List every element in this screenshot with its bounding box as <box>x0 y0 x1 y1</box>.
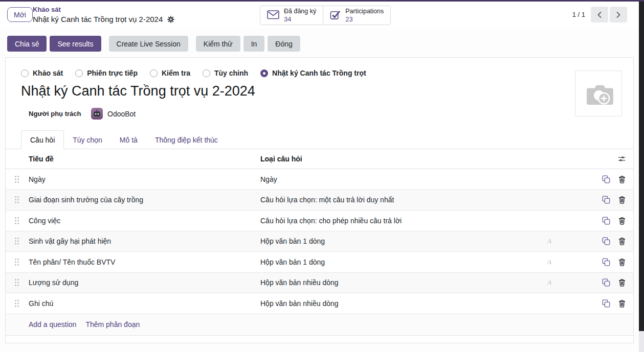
duplicate-button[interactable] <box>602 217 610 225</box>
radio-custom[interactable]: Tùy chỉnh <box>203 69 248 77</box>
question-type[interactable]: Ngày <box>260 175 544 183</box>
radio-label: Nhật ký Canh tác Trồng trọt <box>272 69 366 77</box>
delete-button[interactable] <box>618 217 626 225</box>
duplicate-button[interactable] <box>602 258 610 266</box>
stat-button-group: Đã đăng ký 34 Participations 23 <box>260 6 391 25</box>
question-type[interactable]: Hộp văn bản nhiều dòng <box>260 278 544 287</box>
question-row[interactable]: Sinh vật gây hại phát hiện Hộp văn bản 1… <box>6 231 633 252</box>
column-header-type[interactable]: Loại câu hỏi <box>260 155 544 163</box>
drag-handle-icon[interactable] <box>14 278 29 287</box>
chevron-right-icon <box>615 11 621 19</box>
duplicate-button[interactable] <box>602 237 610 245</box>
duplicate-button[interactable] <box>602 299 610 308</box>
radio-label: Kiểm tra <box>162 69 190 77</box>
question-title[interactable]: Giai đoạn sinh trưởng của cây trồng <box>29 196 260 204</box>
question-title[interactable]: Lượng sử dụng <box>29 278 260 287</box>
question-type[interactable]: Câu hỏi lựa chọn: một câu trả lời duy nh… <box>260 196 544 204</box>
text-entry-icon: A <box>544 258 551 266</box>
pager-counter: 1 / 1 <box>572 11 585 18</box>
radio-farming-log[interactable]: Nhật ký Canh tác Trồng trọt <box>260 69 366 77</box>
duplicate-button[interactable] <box>602 175 610 183</box>
radio-icon <box>75 69 83 77</box>
notebook-tabs: Câu hỏi Tùy chọn Mô tả Thông điệp kết th… <box>6 130 633 149</box>
pager-next-button[interactable] <box>610 7 627 22</box>
table-footer: Add a question Thêm phân đoạn <box>6 314 633 336</box>
question-row[interactable]: Tên phân/ Tên thuốc BVTV Hộp văn bản 1 d… <box>6 252 633 273</box>
background-window-strip <box>639 2 644 331</box>
question-row[interactable]: Công việc Câu hỏi lựa chọn: cho phép nhi… <box>6 210 633 231</box>
breadcrumb-parent-link[interactable]: Khảo sát <box>33 6 174 14</box>
delete-button[interactable] <box>618 196 626 204</box>
tab-end-message[interactable]: Thông điệp kết thúc <box>146 130 227 149</box>
participations-label: Participations <box>345 8 384 15</box>
question-title[interactable]: Ghi chú <box>29 299 260 308</box>
radio-icon <box>21 69 29 77</box>
drag-handle-icon[interactable] <box>14 217 29 225</box>
question-row[interactable]: Lượng sử dụng Hộp văn bản nhiều dòng A <box>6 273 633 294</box>
breadcrumb-current: Nhật ký Canh tác Trồng trọt vụ 2-2024 <box>33 15 163 24</box>
radio-assessment[interactable]: Kiểm tra <box>150 69 190 77</box>
survey-title-field[interactable]: Nhật ký Canh tác Trồng trọt vụ 2-2024 <box>21 83 633 99</box>
drag-handle-icon[interactable] <box>14 237 29 245</box>
question-type[interactable]: Hộp văn bản nhiều dòng <box>260 299 544 308</box>
registered-label: Đã đăng ký <box>284 8 316 15</box>
form-sheet: Khảo sát Phiên trực tiếp Kiểm tra Tùy ch… <box>5 57 634 343</box>
action-button-bar: Chia sẻ See results Create Live Session … <box>7 36 300 52</box>
delete-button[interactable] <box>618 175 626 183</box>
drag-handle-icon[interactable] <box>14 299 29 308</box>
question-row[interactable]: Ghi chú Hộp văn bản nhiều dòng <box>6 293 633 314</box>
gear-icon[interactable] <box>167 16 174 23</box>
print-button[interactable]: In <box>243 36 265 52</box>
column-header-title[interactable]: Tiêu đề <box>29 155 260 163</box>
add-question-link[interactable]: Add a question <box>29 320 76 328</box>
radio-live-session[interactable]: Phiên trực tiếp <box>75 69 138 77</box>
radio-icon <box>150 69 158 77</box>
drag-handle-icon[interactable] <box>14 258 29 266</box>
delete-button[interactable] <box>618 237 626 245</box>
close-button[interactable]: Đóng <box>268 36 300 52</box>
radio-label: Tùy chỉnh <box>214 69 248 77</box>
tab-questions[interactable]: Câu hỏi <box>21 130 64 149</box>
radio-label: Phiên trực tiếp <box>87 69 138 77</box>
radio-icon <box>203 69 210 77</box>
duplicate-button[interactable] <box>602 196 610 204</box>
share-button[interactable]: Chia sẻ <box>7 36 47 52</box>
duplicate-button[interactable] <box>602 278 610 287</box>
camera-plus-icon <box>584 81 613 106</box>
pager-previous-button[interactable] <box>591 7 608 22</box>
question-title[interactable]: Tên phân/ Tên thuốc BVTV <box>29 258 260 266</box>
create-live-session-button[interactable]: Create Live Session <box>109 36 188 52</box>
question-title[interactable]: Công việc <box>29 217 260 225</box>
odoobot-avatar <box>91 108 103 120</box>
drag-handle-icon[interactable] <box>14 196 29 204</box>
tab-options[interactable]: Tùy chọn <box>64 130 111 149</box>
registered-stat-button[interactable]: Đã đăng ký 34 <box>260 6 323 25</box>
participations-stat-button[interactable]: Participations 23 <box>323 6 390 25</box>
question-type[interactable]: Hộp văn bản 1 dòng <box>260 258 544 266</box>
new-button[interactable]: Mới <box>7 7 33 22</box>
responsible-value[interactable]: OdooBot <box>107 110 136 118</box>
text-entry-icon: A <box>544 237 551 245</box>
control-panel: Mới Khảo sát Nhật ký Canh tác Trồng trọt… <box>0 2 638 29</box>
optional-columns-icon[interactable] <box>617 155 626 162</box>
add-section-link[interactable]: Thêm phân đoạn <box>85 320 140 328</box>
survey-image-upload[interactable] <box>575 71 622 116</box>
question-title[interactable]: Ngày <box>29 175 260 183</box>
question-type[interactable]: Hộp văn bản 1 dòng <box>260 237 544 245</box>
tab-description[interactable]: Mô tả <box>111 130 146 149</box>
radio-survey[interactable]: Khảo sát <box>21 69 63 77</box>
test-button[interactable]: Kiểm thử <box>196 36 240 52</box>
question-row[interactable]: Ngày Ngày <box>6 169 633 190</box>
chevron-left-icon <box>596 11 603 19</box>
drag-handle-icon[interactable] <box>14 175 29 183</box>
breadcrumb: Khảo sát Nhật ký Canh tác Trồng trọt vụ … <box>33 6 174 24</box>
delete-button[interactable] <box>618 278 626 287</box>
question-row[interactable]: Giai đoạn sinh trưởng của cây trồng Câu … <box>6 190 633 211</box>
delete-button[interactable] <box>618 299 626 308</box>
question-type[interactable]: Câu hỏi lựa chọn: cho phép nhiều câu trả… <box>260 217 544 225</box>
delete-button[interactable] <box>618 258 626 266</box>
pager: 1 / 1 <box>572 7 627 22</box>
question-title[interactable]: Sinh vật gây hại phát hiện <box>29 237 260 245</box>
registered-value: 34 <box>284 15 291 24</box>
see-results-button[interactable]: See results <box>50 36 101 52</box>
